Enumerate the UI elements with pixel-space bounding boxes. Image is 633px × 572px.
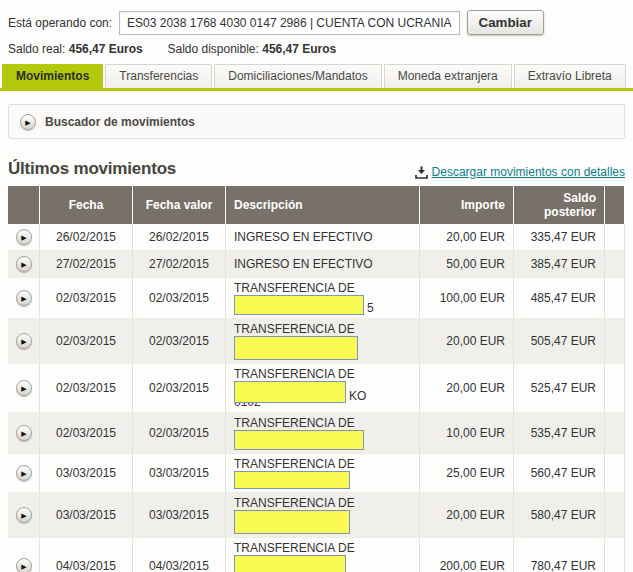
- expand-row-icon[interactable]: ▶: [16, 558, 32, 572]
- end-spacer-cell: [605, 413, 625, 454]
- tab-movimientos[interactable]: Movimientos: [2, 64, 103, 88]
- table-row: ▶26/02/201526/02/2015INGRESO EN EFECTIVO…: [8, 224, 625, 251]
- fecha-cell: 02/03/2015: [40, 413, 133, 454]
- column-header-importe: Importe: [420, 186, 514, 224]
- descripcion-cell: TRANSFERENCIA DEVA: [226, 538, 420, 572]
- redaction-line: [234, 471, 411, 489]
- expand-row-icon[interactable]: ▶: [16, 290, 32, 306]
- importe-cell: 20,00 EUR: [420, 224, 514, 251]
- tab-extravio-libreta[interactable]: Extravío Libreta: [514, 64, 626, 88]
- descripcion-cell: INGRESO EN EFECTIVO: [226, 224, 420, 251]
- page-title: Últimos movimientos: [8, 159, 176, 179]
- column-header-saldo-posterior: Saldo posterior: [514, 186, 605, 224]
- fecha-cell: 26/02/2015: [40, 224, 133, 251]
- importe-cell: 25,00 EUR: [420, 454, 514, 493]
- saldo-posterior-cell: 505,47 EUR: [514, 319, 605, 364]
- descripcion-text: TRANSFERENCIA DE: [234, 281, 411, 295]
- importe-cell: 50,00 EUR: [420, 251, 514, 278]
- expand-cell: ▶: [8, 278, 40, 319]
- descripcion-cell: TRANSFERENCIA DE5: [226, 278, 420, 319]
- descripcion-cell: INGRESO EN EFECTIVO: [226, 251, 420, 278]
- end-spacer-cell: [605, 319, 625, 364]
- saldo-posterior-cell: 535,47 EUR: [514, 413, 605, 454]
- movement-search-expander[interactable]: ▶ Buscador de movimientos: [8, 104, 625, 139]
- fecha-valor-cell: 03/03/2015: [133, 493, 226, 538]
- column-header-fecha: Fecha: [40, 186, 133, 224]
- tab-domiciliaciones-mandatos[interactable]: Domiciliaciones/Mandatos: [214, 64, 381, 88]
- fecha-valor-cell: 04/03/2015: [133, 538, 226, 572]
- fecha-cell: 02/03/2015: [40, 364, 133, 413]
- account-bar: Está operando con: ES03 2038 1768 4030 0…: [8, 10, 625, 35]
- descripcion-text: TRANSFERENCIA DE: [234, 367, 411, 381]
- fecha-valor-cell: 02/03/2015: [133, 413, 226, 454]
- download-movements-link[interactable]: Descargar movimientos con detalles: [415, 165, 625, 179]
- descripcion-text: TRANSFERENCIA DE: [234, 457, 411, 471]
- redaction-line: [234, 430, 411, 450]
- tab-transferencias[interactable]: Transferencias: [105, 64, 212, 88]
- account-selector[interactable]: ES03 2038 1768 4030 0147 2986 | CUENTA C…: [119, 11, 459, 35]
- descripcion-cell: TRANSFERENCIA DE: [226, 319, 420, 364]
- table-row: ▶27/02/201527/02/2015INGRESO EN EFECTIVO…: [8, 251, 625, 278]
- table-row: ▶02/03/201502/03/2015TRANSFERENCIA DE20,…: [8, 319, 625, 364]
- end-spacer-cell: [605, 278, 625, 319]
- saldo-posterior-cell: 385,47 EUR: [514, 251, 605, 278]
- column-header-descripcion: Descripción: [226, 186, 420, 224]
- end-spacer-cell: [605, 493, 625, 538]
- download-icon: [415, 166, 428, 179]
- tab-moneda-extranjera[interactable]: Moneda extranjera: [384, 64, 512, 88]
- fecha-valor-cell: 26/02/2015: [133, 224, 226, 251]
- expand-cell: ▶: [8, 251, 40, 278]
- redaction-box: [234, 430, 364, 450]
- fecha-cell: 04/03/2015: [40, 538, 133, 572]
- saldo-posterior-cell: 780,47 EUR: [514, 538, 605, 572]
- saldo-posterior-cell: 580,47 EUR: [514, 493, 605, 538]
- change-account-button[interactable]: Cambiar: [467, 10, 544, 35]
- saldo-real-label: Saldo real:: [8, 42, 65, 56]
- fecha-cell: 02/03/2015: [40, 319, 133, 364]
- descripcion-cell: TRANSFERENCIA DE: [226, 493, 420, 538]
- expand-row-icon[interactable]: ▶: [16, 425, 32, 441]
- expand-row-icon[interactable]: ▶: [16, 229, 32, 245]
- fecha-valor-cell: 02/03/2015: [133, 319, 226, 364]
- expand-cell: ▶: [8, 413, 40, 454]
- importe-cell: 200,00 EUR: [420, 538, 514, 572]
- expand-row-icon[interactable]: ▶: [16, 256, 32, 272]
- table-header: Fecha Fecha valor Descripción Importe Sa…: [8, 186, 625, 224]
- redaction-box: [234, 336, 358, 360]
- expand-cell: ▶: [8, 493, 40, 538]
- movements-table: Fecha Fecha valor Descripción Importe Sa…: [8, 186, 625, 572]
- download-link-label[interactable]: Descargar movimientos con detalles: [432, 165, 625, 179]
- redaction-box: [234, 295, 364, 315]
- table-row: ▶02/03/201502/03/2015TRANSFERENCIA DE510…: [8, 278, 625, 319]
- redaction-line: KO: [234, 381, 411, 403]
- descripcion-text: TRANSFERENCIA DE: [234, 496, 411, 510]
- table-row: ▶04/03/201504/03/2015TRANSFERENCIA DEVA2…: [8, 538, 625, 572]
- descripcion-trailing-text: KO: [349, 389, 366, 403]
- end-spacer-cell: [605, 454, 625, 493]
- expand-cell: ▶: [8, 224, 40, 251]
- movements-section-header: Últimos movimientos Descargar movimiento…: [8, 159, 625, 179]
- importe-cell: 20,00 EUR: [420, 493, 514, 538]
- descripcion-cell: TRANSFERENCIA DE: [226, 413, 420, 454]
- end-spacer-cell: [605, 251, 625, 278]
- operating-with-label: Está operando con:: [8, 16, 112, 30]
- saldo-posterior-cell: 560,47 EUR: [514, 454, 605, 493]
- redaction-box: [234, 471, 350, 489]
- table-row: ▶03/03/201503/03/2015TRANSFERENCIA DE25,…: [8, 454, 625, 493]
- column-header-end-spacer: [605, 186, 625, 224]
- descripcion-fragment-text: 0102: [234, 403, 411, 409]
- redaction-line: [234, 510, 411, 534]
- descripcion-text: TRANSFERENCIA DE: [234, 322, 411, 336]
- expand-row-icon[interactable]: ▶: [16, 333, 32, 349]
- end-spacer-cell: [605, 364, 625, 413]
- saldo-disponible-label: Saldo disponible:: [167, 42, 258, 56]
- expand-row-icon[interactable]: ▶: [16, 380, 32, 396]
- descripcion-fragment: 0102: [234, 403, 411, 409]
- expand-row-icon[interactable]: ▶: [16, 507, 32, 523]
- redaction-line: VA: [234, 555, 411, 572]
- fecha-cell: 27/02/2015: [40, 251, 133, 278]
- column-header-expand: [8, 186, 40, 224]
- descripcion-text: TRANSFERENCIA DE: [234, 416, 411, 430]
- expand-row-icon[interactable]: ▶: [16, 465, 32, 481]
- table-row: ▶02/03/201502/03/2015TRANSFERENCIA DEKO0…: [8, 364, 625, 413]
